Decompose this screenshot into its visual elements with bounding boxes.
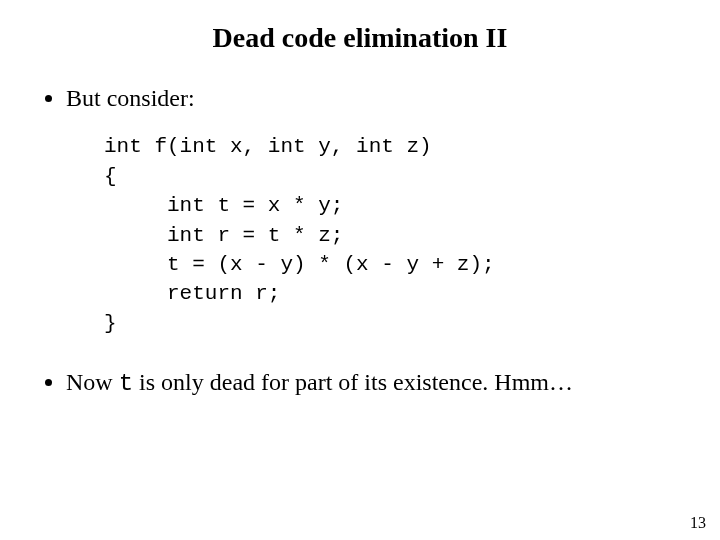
bullet-text-mono: t xyxy=(119,370,133,397)
slide-title: Dead code elimination II xyxy=(0,0,720,82)
slide: Dead code elimination II But consider: i… xyxy=(0,0,720,540)
bullet-item: Now t is only dead for part of its exist… xyxy=(66,366,684,400)
bullet-list: Now t is only dead for part of its exist… xyxy=(44,366,684,400)
bullet-item: But consider: xyxy=(66,82,684,114)
bullet-text-pre: Now xyxy=(66,369,119,395)
page-number: 13 xyxy=(690,514,706,532)
slide-content: But consider: int f(int x, int y, int z)… xyxy=(0,82,720,401)
bullet-text-post: is only dead for part of its existence. … xyxy=(133,369,573,395)
bullet-list: But consider: xyxy=(44,82,684,114)
code-block: int f(int x, int y, int z) { int t = x *… xyxy=(104,132,684,338)
